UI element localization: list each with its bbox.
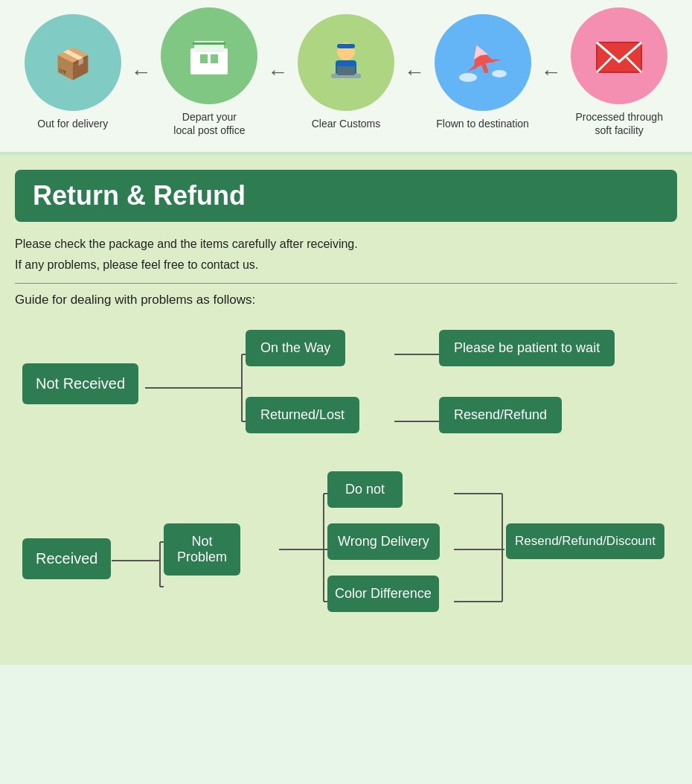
not-received-label: Not Received [22,363,138,404]
resend-discount-label: Resend/Refund/Discount [506,523,664,559]
svg-point-20 [459,73,477,82]
delivery-section: 📦 Out for delivery ← Depart your local p… [0,0,692,155]
not-problem-button[interactable]: Not Problem [164,523,240,576]
step-label-processed: Processed through soft facility [575,110,663,137]
step-customs: Clear Customs [288,14,404,130]
arrow-1: ← [131,60,152,84]
resend-refund-label: Resend/Refund [439,397,562,433]
flow-bottom: Received Not Problem Do not Wrong Delive… [15,464,677,643]
step-depart: Depart your local post office [152,7,268,137]
step-processed: Processed through soft facility [561,7,677,137]
step-out-delivery: 📦 Out for delivery [15,14,131,130]
arrow-4: ← [540,60,561,84]
on-the-way-button[interactable]: On the Way [246,330,345,366]
patient-label: Please be patient to wait [439,330,615,366]
do-not-button[interactable]: Do not [327,471,403,508]
returned-lost-button[interactable]: Returned/Lost [246,397,359,433]
svg-text:📦: 📦 [54,45,92,81]
steps-row: 📦 Out for delivery ← Depart your local p… [15,7,677,137]
refund-desc-2: If any problems, please feel free to con… [15,256,677,274]
refund-desc-1: Please check the package and the items c… [15,235,677,253]
received-button[interactable]: Received [22,538,111,579]
step-circle-processed [571,7,667,104]
step-label-customs: Clear Customs [312,117,381,130]
arrow-3: ← [404,60,425,84]
refund-header: Return & Refund [15,170,677,222]
resend-discount-button[interactable]: Resend/Refund/Discount [506,523,664,559]
step-flown: Flown to destination [425,14,541,130]
svg-point-21 [492,70,507,77]
resend-refund-button[interactable]: Resend/Refund [439,397,562,433]
svg-rect-10 [337,44,355,48]
refund-section: Return & Refund Please check the package… [0,155,692,665]
patient-button[interactable]: Please be patient to wait [439,330,615,366]
arrow-2: ← [267,60,288,84]
step-circle-flown [435,14,531,111]
svg-rect-6 [211,54,218,63]
svg-rect-3 [190,48,228,74]
step-label-depart: Depart your local post office [173,110,245,137]
returned-lost-label: Returned/Lost [246,397,359,433]
wrong-delivery-button[interactable]: Wrong Delivery [327,523,440,560]
guide-label: Guide for dealing with problems as follo… [15,293,677,307]
step-label-flown: Flown to destination [436,117,529,130]
color-difference-button[interactable]: Color Difference [327,576,439,612]
received-label: Received [22,538,111,579]
svg-rect-5 [200,54,208,63]
flow-top: Not Received On the Way Returned/Lost Pl… [15,322,677,442]
svg-rect-13 [337,66,355,75]
step-circle-delivery: 📦 [25,14,121,111]
do-not-label: Do not [327,471,403,508]
step-circle-customs [298,14,394,111]
divider [15,283,677,284]
step-circle-depart [161,7,257,104]
svg-rect-7 [193,42,225,45]
step-label-delivery: Out for delivery [37,117,108,130]
color-diff-label: Color Difference [327,576,439,612]
not-problem-label: Not Problem [164,523,240,576]
wrong-delivery-label: Wrong Delivery [327,523,440,560]
on-the-way-label: On the Way [246,330,345,366]
not-received-button[interactable]: Not Received [22,363,138,404]
